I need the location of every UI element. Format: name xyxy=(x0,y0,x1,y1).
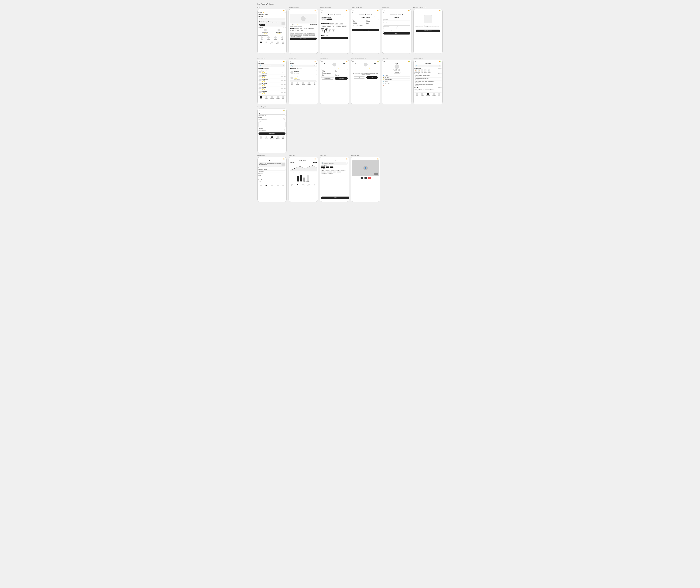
explore-item[interactable]: UX Research› xyxy=(259,173,285,175)
nav-profile[interactable]: Profile xyxy=(282,42,284,44)
post-textarea[interactable] xyxy=(259,122,285,127)
nav-community[interactable]: Community xyxy=(270,185,274,187)
mentor-item[interactable]: Liam Sullivan UX Research ★★★★★ Project … xyxy=(259,82,285,86)
cancel-btn[interactable]: Cancel schedule xyxy=(321,77,334,80)
mentor-item[interactable]: Ethan Parker Prototyping ★★★★★ Project D… xyxy=(259,74,285,78)
nav-mentors[interactable]: Mentors xyxy=(260,96,262,99)
nav-resources[interactable]: Resources xyxy=(296,183,299,186)
post-item[interactable]: I can't wait to have a mentor who is kno… xyxy=(415,84,441,87)
search-bar[interactable]: 🔍 🎙 xyxy=(415,65,441,67)
time-slot-btn[interactable]: 3:00 pm xyxy=(325,35,329,36)
history-tag[interactable]: Job Hunting xyxy=(328,173,333,174)
expiry-input[interactable] xyxy=(383,27,396,29)
nav-notifications[interactable]: Notifications xyxy=(308,183,311,186)
find-mentor-btn[interactable]: Find mentor xyxy=(259,24,265,26)
explore-item[interactable]: UX Writing› xyxy=(259,175,285,177)
explore-btn[interactable]: Explore other mentors xyxy=(416,30,440,32)
phone-icon[interactable]: 📞 xyxy=(355,63,357,67)
video-icon[interactable]: 📷 xyxy=(343,63,345,67)
nav-mentors[interactable]: Mentors xyxy=(260,185,262,187)
nav-resources[interactable]: Resources xyxy=(296,82,299,85)
day-btn[interactable]: Sat8th1 slots xyxy=(328,29,331,33)
back-button[interactable]: ← xyxy=(259,160,260,161)
history-tag[interactable]: Business xyxy=(331,170,335,171)
upload-icon[interactable]: ↑ xyxy=(285,130,286,131)
yes-btn[interactable]: Yes xyxy=(366,76,378,79)
nav-resources[interactable]: Resources xyxy=(265,96,268,99)
explore-item[interactable]: Beginners UX Design Kit› xyxy=(259,168,285,171)
continue-btn[interactable]: Continue xyxy=(321,196,349,199)
category-input[interactable] xyxy=(259,118,284,120)
history-tag[interactable]: UX Writing xyxy=(321,171,326,172)
nav-profile[interactable]: Profile xyxy=(282,136,284,139)
nav-notifications[interactable]: Notifications xyxy=(276,185,280,187)
nav-resources[interactable]: Resources xyxy=(421,93,424,96)
upcoming-tab[interactable]: Upcoming session xyxy=(290,68,296,69)
cvv-input[interactable] xyxy=(397,27,410,29)
mentor-item[interactable]: Chloe Harrison UX Research ★★★★★ Project… xyxy=(259,90,285,94)
attachment-input[interactable] xyxy=(259,129,285,131)
submit-post-btn[interactable]: Submit my post xyxy=(259,132,285,135)
history-tag[interactable]: UI Design xyxy=(335,170,340,171)
camera-btn[interactable]: 📷 xyxy=(364,177,367,179)
see-more-link[interactable]: See more xyxy=(438,68,441,69)
mentor-item[interactable]: Sophie Reynolds UX Writing ★★★★★ Project… xyxy=(259,78,285,82)
title-input[interactable] xyxy=(259,114,285,116)
history-tag[interactable]: Figma xyxy=(321,170,324,171)
back-button[interactable]: ← xyxy=(383,63,384,64)
search-input[interactable] xyxy=(324,163,345,164)
settings-icon[interactable]: ⚙ xyxy=(316,63,317,64)
nav-notifications[interactable]: Notifications xyxy=(432,93,436,96)
nav-mentors[interactable]: Mentors xyxy=(416,93,418,96)
save-card-checkbox[interactable] xyxy=(383,30,385,32)
no-btn[interactable]: No xyxy=(353,76,365,79)
latest-post[interactable]: I'm looking forward to my next session. … xyxy=(415,88,441,91)
nav-community[interactable]: Community xyxy=(270,42,274,44)
back-button[interactable]: ← xyxy=(290,12,291,13)
topic-item[interactable]: TTypography xyxy=(424,69,427,73)
topic-item[interactable]: 🎨UX Design xyxy=(415,69,418,73)
end-call-btn[interactable]: ✕ xyxy=(368,177,371,179)
post-item[interactable]: I am looking forward to our next session… xyxy=(415,78,441,81)
more-topic-item[interactable]: Job Hunting› xyxy=(259,181,285,183)
more-topic-item[interactable]: Design Courses› xyxy=(259,179,285,181)
settings-icon[interactable]: ⚙ xyxy=(285,12,285,13)
topic-item[interactable]: ⬡Figma xyxy=(421,69,423,73)
video-session-btn[interactable]: Video session xyxy=(327,19,332,20)
nav-mentors[interactable]: Mentors xyxy=(260,136,262,139)
reschedule-btn[interactable]: Re-schedule xyxy=(335,77,348,80)
favourite-mentors-tab[interactable]: Favourite mentors xyxy=(263,68,270,69)
share-icon[interactable]: ↗ xyxy=(419,90,419,91)
post-item[interactable]: I'm so glad I get to spend time with my … xyxy=(415,81,441,84)
back-button[interactable]: ← xyxy=(290,160,291,161)
menu-account[interactable]: 👤Account › xyxy=(383,74,410,76)
nav-notifications[interactable]: Notifications xyxy=(276,136,280,139)
history-tag[interactable]: Prototyping xyxy=(325,170,330,171)
nav-mentors[interactable]: Mentors xyxy=(291,183,293,186)
history-tag[interactable]: UX Design xyxy=(336,171,341,172)
back-button[interactable]: ← xyxy=(259,111,260,112)
nav-mentors[interactable]: Mentors xyxy=(291,82,293,85)
nav-community[interactable]: Community xyxy=(426,93,430,96)
filter-icon[interactable]: ≡ xyxy=(285,63,285,64)
menu-privacy[interactable]: 🔒Privacy policy › xyxy=(383,83,410,85)
favorite-icon[interactable]: ♡ xyxy=(316,12,317,13)
topic-item[interactable]: ✍Branding xyxy=(418,69,420,73)
nav-mentors[interactable]: Mentors xyxy=(260,42,262,44)
mute-btn[interactable]: 🎙 xyxy=(361,177,363,179)
tag-branding[interactable]: Branding xyxy=(326,166,329,168)
phone-icon[interactable]: 📞 xyxy=(324,63,326,67)
day-btn[interactable]: Tue3rd5 slots xyxy=(324,29,328,33)
explore-item[interactable]: The UX Process› xyxy=(259,171,285,173)
book-btn[interactable]: Book a session xyxy=(290,38,317,40)
see-all-link[interactable]: See All xyxy=(283,27,286,28)
nav-resources[interactable]: Resources xyxy=(265,185,268,187)
video-icon[interactable]: 📷 xyxy=(374,63,376,67)
history-tag[interactable]: Architecture xyxy=(340,170,346,171)
search-bar[interactable]: 🔍 🎙 xyxy=(259,64,285,67)
day-btn[interactable]: Mo1st2 slots xyxy=(321,29,324,33)
nav-notifications[interactable]: Notifications xyxy=(276,42,280,44)
mentor-item[interactable]: Emily Bennett UX/UI Design ★★★★★ 3:00pm … xyxy=(259,70,285,74)
see-more-trending[interactable]: See more xyxy=(438,73,441,74)
search-bar[interactable]: 🔍 🎙 xyxy=(290,65,317,67)
